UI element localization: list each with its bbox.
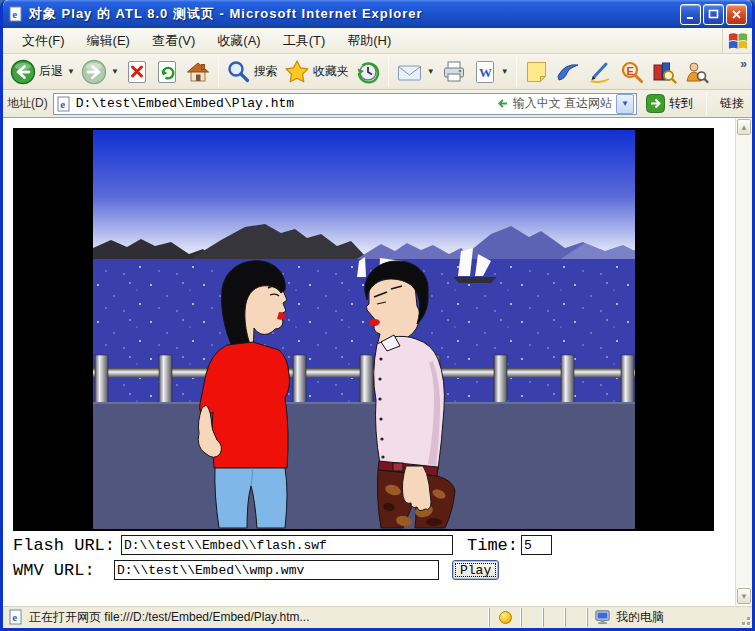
search-icon [226,59,251,84]
menu-view[interactable]: 查看(V) [141,29,206,53]
status-warning-icon [499,611,512,624]
close-button[interactable] [726,4,747,25]
refresh-icon [155,59,179,85]
search-label: 搜索 [254,63,278,80]
security-zone-pane: 我的电脑 [587,608,739,627]
menu-tools[interactable]: 工具(T) [272,29,337,53]
wmv-url-row: WMV URL: Play [13,559,735,581]
page-content: Flash URL: Time: WMV URL: Play ▲ ▼ [3,118,752,605]
window-title: 对象 Play 的 ATL 8.0 测试页 - Microsoft Intern… [29,5,675,23]
home-button[interactable] [182,57,214,87]
mail-button[interactable]: ▼ [393,58,438,86]
flash-url-label: Flash URL: [13,536,121,555]
flash-url-input[interactable] [121,535,453,555]
forward-icon [81,59,107,85]
menu-help[interactable]: 帮助(H) [336,29,402,53]
go-arrow-icon [646,94,665,113]
toolbar-overflow-chevron[interactable]: » [740,57,747,71]
svg-text:W: W [479,65,492,80]
svg-text:e: e [12,8,17,20]
address-label: 地址(D) [7,95,48,112]
addressbar: 地址(D) e 输入中文 直达网站 ▼ 转到 链接 [3,90,752,118]
person-magnifier-icon [683,59,709,84]
menu-favorites[interactable]: 收藏(A) [206,29,271,53]
address-dropdown-button[interactable]: ▼ [616,94,634,114]
browser-window: e 对象 Play 的 ATL 8.0 测试页 - Microsoft Inte… [0,0,755,631]
toolbar-separator [218,57,219,87]
statusbar: e 正在打开网页 file:///D:/test/Embed/Embed/Pla… [3,605,752,628]
minimize-button[interactable] [680,4,701,25]
svg-text:e: e [60,98,65,110]
toolbar-separator [388,57,389,87]
menubar: 文件(F) 编辑(E) 查看(V) 收藏(A) 工具(T) 帮助(H) [3,28,752,54]
favorites-button[interactable]: 收藏夹 [281,57,352,86]
edit-with-word-button[interactable]: W ▼ [470,57,512,87]
print-button[interactable] [438,57,470,86]
people-search-plugin-button[interactable] [680,57,712,86]
vertical-scrollbar[interactable]: ▲ ▼ [735,118,752,605]
stop-button[interactable] [122,57,152,87]
history-button[interactable] [352,57,384,87]
edit-dropdown-icon[interactable]: ▼ [501,67,509,76]
address-field[interactable]: e 输入中文 直达网站 ▼ [53,93,637,115]
address-input[interactable] [76,96,492,111]
books-magnifier-icon [651,59,677,84]
status-loading-text: 正在打开网页 file:///D:/test/Embed/Embed/Play.… [29,609,310,626]
pen-plugin-button[interactable] [584,57,616,86]
bird-plugin-button[interactable] [552,57,584,86]
flash-url-row: Flash URL: Time: [13,534,735,556]
go-label: 转到 [669,95,693,112]
pen-icon [587,59,613,84]
links-label[interactable]: 链接 [716,95,748,112]
menu-file[interactable]: 文件(F) [11,29,76,53]
time-input[interactable] [521,535,552,555]
windows-flag-icon [727,31,749,51]
sticky-note-button[interactable] [521,57,552,86]
titlebar[interactable]: e 对象 Play 的 ATL 8.0 测试页 - Microsoft Inte… [3,0,752,28]
refresh-button[interactable] [152,57,182,87]
flash-animation-scene[interactable] [93,130,635,529]
windows-logo [722,29,752,53]
e-search-plugin-button[interactable]: E [616,57,648,86]
ie-page-icon: e [8,609,24,625]
toolbar: 后退 ▼ ▼ [3,54,752,90]
back-label: 后退 [39,63,63,80]
sticky-note-icon [524,59,549,84]
forward-button[interactable]: ▼ [78,57,122,87]
dictionary-plugin-button[interactable] [648,57,680,86]
print-icon [441,59,467,84]
my-computer-icon [594,608,611,626]
scene-sky [93,130,635,263]
resize-grip[interactable] [739,608,752,627]
toolbar-separator [516,57,517,87]
scroll-down-button[interactable]: ▼ [737,588,751,604]
stop-icon [125,59,149,85]
history-icon [355,59,381,85]
ime-hint: 输入中文 直达网站 [496,95,612,112]
back-icon [10,59,36,85]
ie-page-icon: e [56,96,72,112]
menu-edit[interactable]: 编辑(E) [76,29,141,53]
back-button[interactable]: 后退 ▼ [7,57,78,87]
search-button[interactable]: 搜索 [223,57,281,86]
flash-player[interactable] [13,128,714,531]
play-button[interactable]: Play [452,560,499,580]
ie-page-icon: e [8,6,24,22]
go-button[interactable]: 转到 [642,93,697,114]
word-icon: W [473,59,497,85]
wmv-url-input[interactable] [114,560,439,580]
svg-text:E: E [626,65,633,77]
home-icon [185,59,211,85]
security-zone-label: 我的电脑 [616,609,664,626]
mail-dropdown-icon[interactable]: ▼ [427,67,435,76]
close-icon [731,9,742,20]
minimize-icon [685,9,696,20]
svg-text:e: e [12,611,17,623]
wmv-url-label: WMV URL: [13,561,114,580]
addressbar-separator [706,93,707,115]
back-dropdown-icon[interactable]: ▼ [67,67,75,76]
maximize-button[interactable] [703,4,724,25]
e-magnifier-icon: E [619,59,645,84]
forward-dropdown-icon[interactable]: ▼ [111,67,119,76]
scroll-up-button[interactable]: ▲ [737,119,751,135]
